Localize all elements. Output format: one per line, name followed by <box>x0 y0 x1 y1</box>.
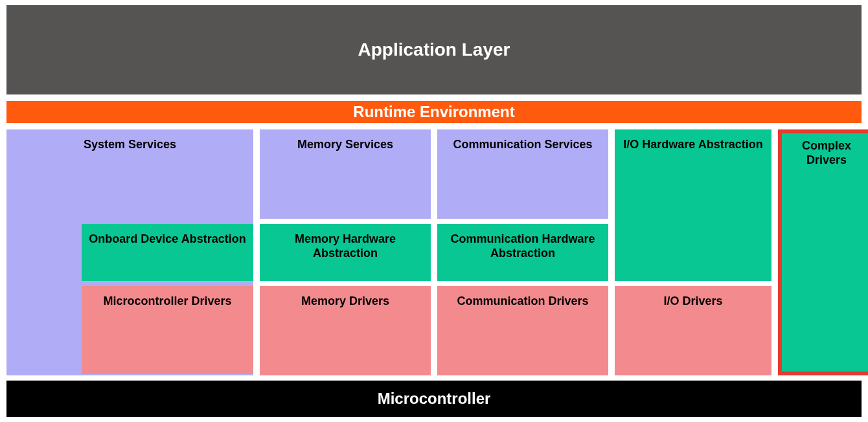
runtime-environment-band: Runtime Environment <box>6 101 862 123</box>
communication-hardware-abstraction-label: Communication Hardware Abstraction <box>442 232 603 261</box>
onboard-device-abstraction-label: Onboard Device Abstraction <box>89 232 246 247</box>
complex-drivers-block: Complex Drivers <box>778 129 868 375</box>
spacer <box>6 123 862 129</box>
system-services-label: System Services <box>84 137 176 152</box>
memory-hardware-abstraction-block: Memory Hardware Abstraction <box>260 224 431 281</box>
io-drivers-label: I/O Drivers <box>663 294 722 309</box>
spacer <box>6 94 862 101</box>
memory-drivers-label: Memory Drivers <box>301 294 389 309</box>
runtime-environment-label: Runtime Environment <box>353 103 514 121</box>
microcontroller-drivers-label: Microcontroller Drivers <box>103 294 231 309</box>
communication-services-label: Communication Services <box>453 137 592 152</box>
communication-services-block: Communication Services <box>437 129 608 219</box>
microcontroller-drivers-block: Microcontroller Drivers <box>82 286 253 374</box>
microcontroller-band: Microcontroller <box>6 381 862 417</box>
io-drivers-block: I/O Drivers <box>615 286 771 375</box>
memory-services-label: Memory Services <box>297 137 393 152</box>
application-layer-block: Application Layer <box>6 5 862 94</box>
io-hardware-abstraction-block: I/O Hardware Abstraction <box>615 129 771 281</box>
complex-drivers-label: Complex Drivers <box>787 139 866 168</box>
communication-drivers-block: Communication Drivers <box>437 286 608 375</box>
autosar-layered-architecture: Application Layer Runtime Environment Sy… <box>6 5 862 417</box>
memory-drivers-block: Memory Drivers <box>260 286 431 375</box>
application-layer-label: Application Layer <box>358 39 510 60</box>
microcontroller-label: Microcontroller <box>378 390 491 408</box>
onboard-device-abstraction-block: Onboard Device Abstraction <box>82 224 253 281</box>
memory-services-block: Memory Services <box>260 129 431 219</box>
io-hardware-abstraction-label: I/O Hardware Abstraction <box>623 137 762 152</box>
basic-software-grid: System Services Memory Services Communic… <box>6 129 862 374</box>
memory-hardware-abstraction-label: Memory Hardware Abstraction <box>265 232 426 261</box>
communication-hardware-abstraction-block: Communication Hardware Abstraction <box>437 224 608 281</box>
communication-drivers-label: Communication Drivers <box>457 294 588 309</box>
